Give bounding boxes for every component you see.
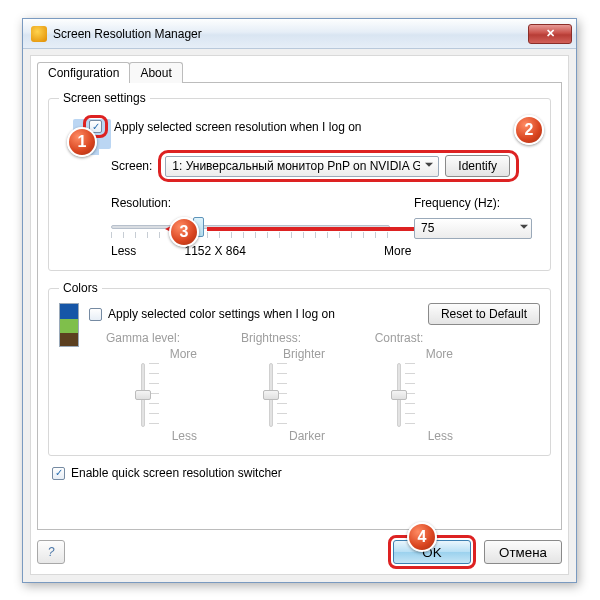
brightness-column: Brightness: Brighter Darker bbox=[217, 331, 325, 443]
resolution-more-label: More bbox=[384, 244, 534, 258]
contrast-more-label: More bbox=[426, 347, 453, 361]
group-screen-settings-legend: Screen settings bbox=[59, 91, 150, 105]
ok-button[interactable]: OK bbox=[393, 540, 471, 564]
resolution-label: Resolution: bbox=[111, 196, 171, 210]
quick-switcher-checkbox[interactable] bbox=[52, 467, 65, 480]
annotation-outline-4: OK bbox=[388, 535, 476, 569]
contrast-less-label: Less bbox=[428, 429, 453, 443]
close-icon: ✕ bbox=[546, 27, 555, 40]
annotation-outline-1 bbox=[83, 115, 108, 138]
group-screen-settings: Screen settings Apply selected screen re… bbox=[48, 91, 551, 271]
contrast-column: Contrast: More Less bbox=[345, 331, 453, 443]
dialog-footer: ? OK Отмена 4 bbox=[37, 536, 562, 568]
gamma-less-label: Less bbox=[172, 429, 197, 443]
slider-thumb[interactable] bbox=[193, 217, 204, 237]
screen-dropdown[interactable]: 1: Универсальный монитор PnP on NVIDIA G… bbox=[165, 156, 439, 177]
contrast-slider bbox=[369, 363, 429, 427]
screen-label: Screen: bbox=[111, 159, 152, 173]
brightness-slider bbox=[241, 363, 301, 427]
titlebar[interactable]: Screen Resolution Manager ✕ bbox=[23, 19, 576, 49]
resolution-current-label: 1152 X 864 bbox=[46, 244, 384, 258]
client-area: Configuration About Screen settings Appl… bbox=[30, 55, 569, 575]
reset-default-button[interactable]: Reset to Default bbox=[428, 303, 540, 325]
apply-resolution-checkbox[interactable] bbox=[89, 120, 102, 133]
gamma-more-label: More bbox=[170, 347, 197, 361]
help-button[interactable]: ? bbox=[37, 540, 65, 564]
slider-ticks bbox=[111, 232, 390, 238]
annotation-outline-2: 1: Универсальный монитор PnP on NVIDIA G… bbox=[158, 150, 519, 182]
group-colors: Colors Apply selected color settings whe… bbox=[48, 281, 551, 456]
cancel-button[interactable]: Отмена bbox=[484, 540, 562, 564]
help-icon: ? bbox=[48, 545, 55, 559]
brightness-label: Brightness: bbox=[241, 331, 301, 345]
brightness-darker-label: Darker bbox=[289, 429, 325, 443]
tabstrip: Configuration About bbox=[37, 62, 182, 83]
contrast-label: Contrast: bbox=[375, 331, 424, 345]
apply-colors-checkbox[interactable] bbox=[89, 308, 102, 321]
colors-icon bbox=[59, 303, 79, 347]
group-colors-legend: Colors bbox=[59, 281, 102, 295]
app-window: Screen Resolution Manager ✕ Configuratio… bbox=[22, 18, 577, 583]
brightness-brighter-label: Brighter bbox=[283, 347, 325, 361]
gamma-label: Gamma level: bbox=[106, 331, 180, 345]
apply-resolution-label: Apply selected screen resolution when I … bbox=[114, 120, 361, 134]
frequency-dropdown[interactable]: 75 bbox=[414, 218, 532, 239]
slider-track bbox=[111, 225, 390, 229]
close-button[interactable]: ✕ bbox=[528, 24, 572, 44]
quick-switcher-label: Enable quick screen resolution switcher bbox=[71, 466, 282, 480]
screen-dropdown-wrap: 1: Универсальный монитор PnP on NVIDIA G… bbox=[165, 156, 439, 177]
app-icon bbox=[31, 26, 47, 42]
frequency-dropdown-wrap: 75 bbox=[414, 218, 534, 239]
tab-configuration[interactable]: Configuration bbox=[37, 62, 130, 83]
window-title: Screen Resolution Manager bbox=[53, 27, 528, 41]
tab-about[interactable]: About bbox=[129, 62, 182, 83]
gamma-column: Gamma level: More Less bbox=[89, 331, 197, 443]
gamma-slider bbox=[113, 363, 173, 427]
resolution-slider[interactable] bbox=[111, 214, 390, 242]
identify-button[interactable]: Identify bbox=[445, 155, 510, 177]
frequency-label: Frequency (Hz): bbox=[414, 196, 534, 210]
tab-panel-configuration: Screen settings Apply selected screen re… bbox=[37, 82, 562, 530]
apply-colors-label: Apply selected color settings when I log… bbox=[108, 307, 335, 321]
